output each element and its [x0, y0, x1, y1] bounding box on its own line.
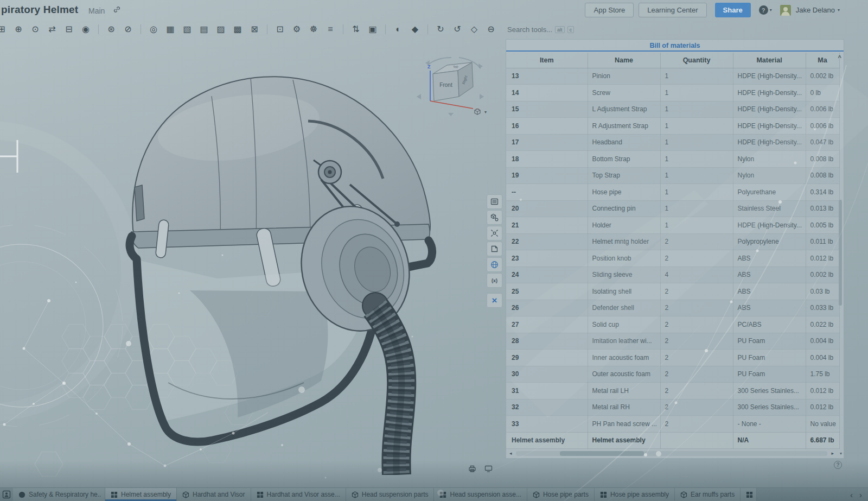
user-menu[interactable]: Jake Delano ▾	[796, 6, 840, 14]
bom-row[interactable]: 21Holder1HDPE (High-Density...0.005 lb	[506, 217, 839, 234]
tab-hardhat-and-visor[interactable]: Hardhat and Visor	[177, 488, 251, 501]
mate-group-icon[interactable]: ▧	[182, 23, 193, 35]
pattern-icon[interactable]: ▩	[232, 23, 243, 35]
scroll-left-arrow[interactable]: ◂	[509, 451, 512, 456]
tab-helmet-assembly[interactable]: Helmet assembly	[105, 488, 177, 501]
bom-row[interactable]: 23Position knob2ABS0.012 lb	[506, 250, 839, 267]
bom-row[interactable]: 15L Adjustment Strap1HDPE (High-Density.…	[506, 101, 839, 118]
view-cube-front[interactable]: Front	[439, 82, 452, 88]
snapshot-icon[interactable]: ⇅	[350, 23, 361, 35]
bom-row[interactable]: 33PH Pan head screw ...2- None -No value	[506, 416, 839, 433]
share-button[interactable]: Share	[715, 3, 751, 17]
avatar[interactable]	[780, 5, 791, 16]
insert-icon[interactable]: ⊞	[0, 23, 7, 35]
close-panel-icon[interactable]: ×	[487, 293, 502, 308]
bom-row[interactable]: 30Outer acoustic foam2PU Foam1.75 lb	[506, 366, 839, 383]
hide-show-icon[interactable]: ⊖	[486, 23, 496, 35]
view-options-menu[interactable]: ▾	[473, 107, 487, 116]
search-tools[interactable]: Search tools... alt c	[507, 26, 574, 34]
mate-connector-icon[interactable]: ◎	[148, 23, 159, 35]
col-item[interactable]: Item	[506, 53, 588, 68]
scroll-right-arrow[interactable]: ▸	[831, 451, 834, 456]
tab-e[interactable]: E	[741, 488, 757, 501]
fastened-mate-icon[interactable]: ⊕	[13, 23, 24, 35]
print-icon[interactable]	[468, 465, 476, 473]
bom-row[interactable]: 20Connecting pin1Stainless Steel0.013 lb	[506, 200, 839, 217]
document-title[interactable]: piratory Helmet	[1, 4, 78, 16]
animate-icon[interactable]: ◇	[469, 23, 480, 35]
bom-table-panel-icon[interactable]	[487, 194, 502, 209]
scrollbar-thumb[interactable]	[560, 451, 644, 456]
named-positions-icon[interactable]: ▣	[367, 23, 378, 35]
section-view-icon[interactable]: ↻	[435, 23, 446, 35]
tab-safety-respiratory-he[interactable]: Safety & Respiratory he..	[13, 488, 105, 501]
col-mass[interactable]: Ma	[806, 53, 839, 68]
learning-center-button[interactable]: Learning Center	[639, 3, 706, 17]
named-views-icon[interactable]: ☸	[308, 23, 319, 35]
scroll-down-arrow[interactable]: ▾	[840, 451, 842, 456]
bom-row[interactable]: 25Isolating shell2ABS0.03 lb	[506, 283, 839, 300]
bom-row[interactable]: 16R Adjustment Strap1HDPE (High-Density.…	[506, 118, 839, 135]
appearance-panel-icon[interactable]	[487, 257, 502, 272]
exploded-view-icon[interactable]: ↺	[452, 23, 463, 35]
measure-icon[interactable]: ◐	[393, 23, 404, 35]
slider-mate-icon[interactable]: ⇄	[47, 23, 58, 35]
display-states-icon[interactable]: ≡	[325, 23, 336, 35]
bom-row[interactable]: 27Solid cup2PC/ABS0.022 lb	[506, 316, 839, 333]
mass-properties-icon[interactable]: ◆	[410, 23, 420, 35]
sheet-metal-tools-icon[interactable]: ⊡	[275, 23, 285, 35]
bom-row[interactable]: 29Inner acoustic foam2PU Foam0.004 lb	[506, 350, 839, 366]
pin-slot-mate-icon[interactable]: ⊘	[123, 23, 133, 35]
bom-row[interactable]: --Hose pipe1Polyurethane0.314 lb	[506, 184, 839, 201]
ball-mate-icon[interactable]: ◉	[80, 23, 91, 35]
bom-row[interactable]: 24Sliding sleeve4ABS0.002 lb	[506, 267, 839, 283]
tab-hose-pipe-assembly[interactable]: Hose pipe assembly	[595, 488, 675, 501]
bom-row[interactable]: 22Helmet mntg holder2Polypropylene0.011 …	[506, 233, 839, 250]
named-positions-panel-icon[interactable]	[487, 242, 502, 256]
scroll-up-arrow[interactable]: ^	[838, 54, 841, 61]
configurations-icon[interactable]: ⚙	[291, 23, 302, 35]
view-cube[interactable]: Front Right Top Z X	[412, 45, 488, 116]
variables-panel-icon[interactable]: (x)	[487, 273, 502, 288]
col-quantity[interactable]: Quantity	[660, 53, 733, 68]
tab-hardhat-and-visor-asse[interactable]: Hardhat and Visor asse...	[251, 488, 346, 501]
circular-pattern-icon[interactable]: ▨	[215, 23, 226, 35]
bom-row[interactable]: 31Metal rail LH2300 Series Stainles...0.…	[506, 383, 839, 399]
planar-mate-icon[interactable]: ⊟	[63, 23, 74, 35]
help-icon[interactable]: ?	[759, 5, 768, 15]
cylindrical-mate-icon[interactable]: ⊛	[106, 23, 117, 35]
bom-row[interactable]: 28Imitation leather wi...2PU Foam0.004 l…	[506, 333, 839, 350]
share-link-icon[interactable]	[113, 5, 121, 16]
tab-hose-pipe-parts[interactable]: Hose pipe parts	[527, 488, 595, 501]
vertical-scrollbar[interactable]	[839, 200, 842, 306]
bom-row[interactable]: 14Screw1HDPE (High-Density...0 lb	[506, 85, 839, 102]
standard-content-icon[interactable]: ⊠	[249, 23, 260, 35]
tab-ear-muffs-parts[interactable]: Ear muffs parts	[675, 488, 741, 501]
bom-row[interactable]: 13Pinion1HDPE (High-Density...0.002 lb	[506, 68, 839, 85]
app-store-button[interactable]: App Store	[585, 3, 634, 17]
exploded-views-icon[interactable]	[487, 226, 502, 240]
workspace-label[interactable]: Main	[88, 7, 105, 15]
horizontal-scrollbar[interactable]: ◂ ▸	[508, 450, 835, 457]
col-material[interactable]: Material	[733, 53, 806, 68]
next-tabs-arrow[interactable]: ›	[859, 490, 862, 499]
linear-pattern-icon[interactable]: ▤	[199, 23, 209, 35]
helmet-model[interactable]	[76, 57, 456, 475]
display-settings-icon[interactable]	[484, 465, 493, 473]
bom-row[interactable]: 19Top Strap1Nylon0.008 lb	[506, 167, 839, 184]
bom-total-row[interactable]: Helmet assemblyHelmet assemblyN/A6.687 l…	[506, 432, 839, 449]
help-menu[interactable]: ? ▾	[759, 5, 772, 15]
revolute-mate-icon[interactable]: ⊙	[30, 23, 41, 35]
group-icon[interactable]: ▦	[165, 23, 176, 35]
view-cube-top[interactable]: Top	[453, 65, 459, 68]
tab-head-suspension-asse[interactable]: Head suspension asse...	[434, 488, 527, 501]
bom-row[interactable]: 17Headband1HDPE (High-Density...0.047 lb	[506, 134, 839, 151]
tab-head-suspension-parts[interactable]: Head suspension parts	[346, 488, 435, 501]
bom-row[interactable]: 18Bottom Strap1Nylon0.008 lb	[506, 151, 839, 168]
pdf-tab-icon[interactable]	[0, 488, 13, 501]
col-name[interactable]: Name	[588, 53, 660, 68]
bom-row[interactable]: 32Metal rail RH2300 Series Stainles...0.…	[506, 399, 839, 416]
bom-title[interactable]: Bill of materials	[506, 40, 844, 52]
bom-row[interactable]: 26Defender shell2ABS0.033 lb	[506, 300, 839, 316]
prev-tabs-arrow[interactable]: ‹	[850, 490, 853, 499]
